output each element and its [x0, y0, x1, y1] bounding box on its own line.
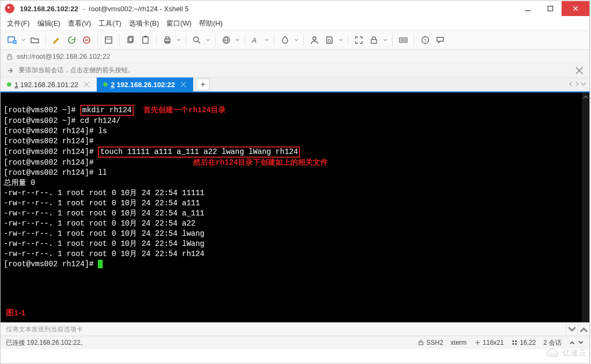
fullscreen-icon[interactable] [352, 34, 365, 47]
broadcast-dropdown-icon[interactable] [566, 324, 578, 335]
tab-scroll-controls [568, 78, 589, 91]
tab-close-icon[interactable] [180, 81, 187, 88]
color-icon[interactable] [279, 34, 291, 47]
lock-icon [6, 53, 13, 60]
dropdown-icon[interactable] [235, 38, 240, 42]
status-size: 118x21 [474, 339, 504, 346]
terminal-line: [root@vms002 rh124]# [4, 158, 94, 167]
dropdown-icon[interactable] [382, 38, 388, 42]
highlight-box: touch 11111 a111 a_111 a22 lwang lWang r… [98, 146, 300, 158]
svg-rect-39 [512, 340, 514, 342]
open-icon[interactable] [28, 34, 41, 47]
copy-icon[interactable] [124, 34, 137, 47]
svg-rect-40 [515, 340, 517, 342]
dropdown-icon[interactable] [21, 38, 26, 42]
font-icon[interactable]: A [249, 34, 262, 47]
terminal-line: [root@vms002 rh124]# [4, 148, 98, 156]
terminal-content[interactable]: [root@vms002 ~]# mkdir rh124首先创建一个rh124目… [1, 92, 589, 282]
close-button[interactable] [562, 1, 589, 16]
paste-icon[interactable] [139, 34, 152, 47]
svg-point-24 [328, 39, 331, 42]
lock-icon[interactable] [367, 34, 380, 47]
tab-close-icon[interactable] [83, 81, 90, 88]
new-terminal-icon[interactable] [6, 34, 19, 47]
tab-menu-icon[interactable] [581, 81, 586, 88]
tab-scroll-right-icon[interactable] [574, 81, 580, 88]
print-icon[interactable] [161, 34, 174, 47]
globe-icon[interactable] [220, 34, 233, 47]
title-bar: 192.168.26.102:22 - root@vms002:~/rh124 … [1, 1, 589, 17]
terminal-line: [root@vms002 ~]# [4, 106, 80, 114]
edit-icon[interactable] [50, 34, 63, 47]
address-text[interactable]: ssh://root@192.168.26.102:22 [17, 52, 110, 60]
broadcast-input-bar: 仅将文本发送到当前选项卡 [1, 322, 589, 336]
minimize-button[interactable] [517, 1, 539, 16]
status-protocol: SSH2 [418, 339, 443, 346]
svg-rect-12 [143, 37, 148, 43]
scroll-up-icon[interactable] [582, 92, 589, 101]
terminal-line: -rw-r--r--. 1 root root 0 10月 24 22:54 l… [4, 239, 204, 248]
reconnect-icon[interactable] [65, 34, 78, 47]
figure-label: 图1-1 [6, 308, 26, 318]
terminal-pane[interactable]: [root@vms002 ~]# mkdir rh124首先创建一个rh124目… [1, 92, 589, 322]
terminal-line: -rw-r--r--. 1 root root 0 10月 24 22:54 a… [4, 219, 195, 228]
new-tab-button[interactable]: + [196, 79, 210, 90]
status-dot-icon [7, 82, 11, 87]
status-termtype: xterm [451, 339, 467, 346]
maximize-button[interactable] [539, 1, 562, 16]
dropdown-icon[interactable] [176, 38, 181, 42]
menu-help[interactable]: 帮助(H) [199, 19, 222, 28]
menu-edit[interactable]: 编辑(E) [37, 19, 60, 28]
svg-rect-13 [144, 36, 147, 37]
terminal-line: [root@vms002 rh124]# [4, 260, 98, 268]
status-up-icon[interactable] [569, 339, 575, 346]
broadcast-input[interactable]: 仅将文本发送到当前选项卡 [1, 325, 566, 334]
terminal-line: [root@vms002 ~]# cd rh124/ [4, 117, 120, 125]
session-tab-2[interactable]: 2 192.168.26.102:22 [97, 78, 194, 91]
keyboard-icon[interactable] [397, 34, 410, 47]
tab-label: 192.168.26.102:22 [117, 81, 175, 89]
tab-scroll-left-icon[interactable] [568, 81, 573, 88]
toolbar: A ? [1, 30, 589, 50]
hint-close-icon[interactable] [574, 66, 584, 75]
status-sessions: 2 会话 [543, 338, 562, 347]
help-icon[interactable]: ? [419, 34, 432, 47]
terminal-scrollbar[interactable] [582, 92, 589, 322]
dropdown-icon[interactable] [338, 38, 343, 42]
svg-rect-42 [515, 343, 517, 345]
status-dot-icon [103, 82, 108, 87]
session-tab-1[interactable]: 1 192.168.26.101:22 [1, 78, 97, 91]
tab-label: 192.168.26.101:22 [20, 81, 78, 89]
dropdown-icon[interactable] [264, 38, 270, 42]
chat-icon[interactable] [434, 34, 447, 47]
title-session: root@vms002:~/rh124 - Xshell 5 [89, 5, 189, 13]
svg-rect-15 [166, 37, 169, 39]
disconnect-icon[interactable] [80, 34, 93, 47]
add-session-arrow-icon[interactable] [6, 66, 14, 75]
broadcast-up-icon[interactable] [578, 324, 589, 335]
terminal-line: -rw-r--r--. 1 root root 0 10月 24 22:54 l… [4, 229, 204, 238]
svg-text:?: ? [424, 38, 426, 43]
window-controls [517, 1, 589, 16]
tab-index: 1 [14, 81, 18, 89]
svg-rect-41 [512, 343, 514, 345]
search-icon[interactable] [190, 34, 203, 47]
user-icon[interactable] [308, 34, 321, 47]
svg-point-23 [313, 37, 316, 40]
svg-rect-31 [7, 56, 12, 59]
status-nav [569, 339, 584, 346]
properties-icon[interactable] [102, 34, 115, 47]
menu-tools[interactable]: 工具(T) [98, 19, 121, 28]
menu-view[interactable]: 查看(V) [68, 19, 91, 28]
menu-file[interactable]: 文件(F) [7, 19, 30, 28]
status-down-icon[interactable] [578, 339, 584, 346]
menu-window[interactable]: 窗口(W) [166, 19, 191, 28]
dropdown-icon[interactable] [205, 38, 211, 42]
address-bar: ssh://root@192.168.26.102:22 [1, 50, 589, 64]
svg-rect-38 [419, 342, 423, 345]
hint-bar: 要添加当前会话，点击左侧的箭头按钮。 [1, 64, 589, 78]
dropdown-icon[interactable] [294, 38, 299, 42]
hint-text: 要添加当前会话，点击左侧的箭头按钮。 [19, 66, 134, 75]
menu-option[interactable]: 选项卡(B) [129, 19, 159, 28]
script-icon[interactable] [323, 34, 336, 47]
